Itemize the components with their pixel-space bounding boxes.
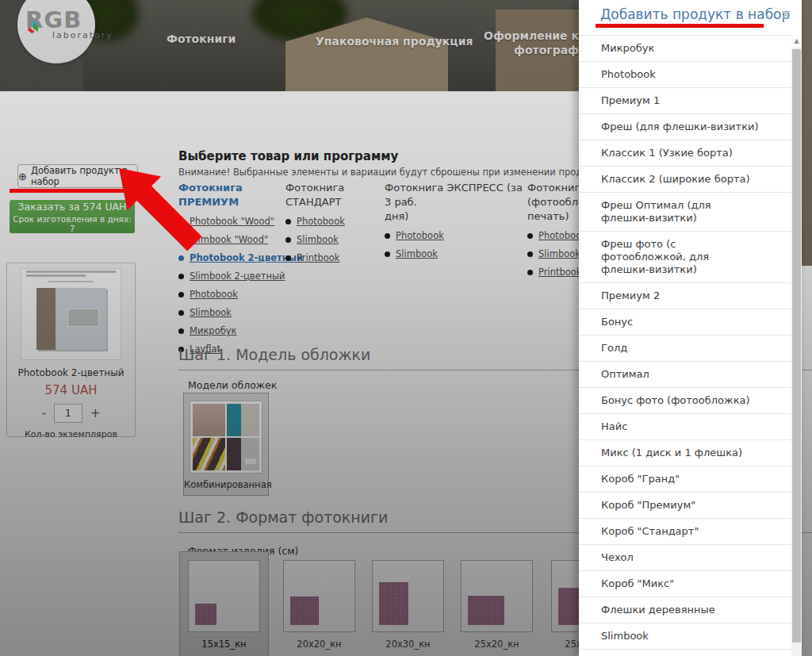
logo-text: RGB: [25, 8, 113, 32]
add-button-underline-annotation: [10, 189, 133, 193]
product-card: Photobook 2-цветный 574 UAH - + Кол-во э…: [6, 263, 136, 437]
cover-model-thumb: [190, 401, 262, 474]
format-caption: 15x15_кн: [188, 639, 260, 650]
order-button[interactable]: Заказать за 574 UAH Срок изготовления в …: [10, 200, 135, 233]
disclaimer-text-bar: [26, 274, 86, 277]
panel-item[interactable]: Короб "Стандарт": [579, 519, 791, 545]
panel-item[interactable]: Оптимал: [579, 362, 791, 388]
scrollbar-thumb[interactable]: [792, 49, 801, 643]
red-arrow-annotation: [117, 167, 209, 258]
plus-circle-icon: ⊕: [18, 171, 27, 182]
format-size-preview: [195, 604, 216, 625]
add-product-panel: Добавить продукт в набор × МикробукPhoto…: [579, 0, 802, 656]
panel-item[interactable]: Layflat: [579, 650, 791, 656]
program-title: Фотокнига ЭКСПРЕСС (за 3 раб.дня): [385, 181, 526, 224]
panel-item[interactable]: Бонус фото (фотообложка): [579, 388, 791, 414]
cover-models-label: Модели обложек: [188, 379, 277, 391]
format-thumb: [188, 560, 260, 632]
panel-product-list: МикробукPhotobookПремиум 1Фреш (для флеш…: [579, 35, 791, 656]
panel-item[interactable]: Фреш фото (с фотообложкой, для флешки-ви…: [579, 232, 791, 283]
format-thumb: [372, 560, 444, 632]
panel-scrollbar[interactable]: ▲: [791, 35, 802, 656]
panel-item[interactable]: Премиум 2: [579, 283, 791, 309]
panel-item[interactable]: Флешки деревянные: [579, 597, 791, 623]
order-term-line: Срок изготовления в днях: 7: [10, 214, 135, 233]
format-size-preview: [379, 582, 408, 625]
format-card[interactable]: 20x30_кн: [372, 560, 444, 650]
photobook-thumbnail: [36, 288, 106, 350]
program-item[interactable]: Slimbook: [385, 248, 526, 259]
program-column-standard: Фотокнига СТАНДАРТ PhotobookSlimbookPrin…: [285, 181, 379, 270]
program-column-express: Фотокнига ЭКСПРЕСС (за 3 раб.дня) Photob…: [385, 181, 526, 267]
program-item[interactable]: Микробук: [178, 325, 280, 336]
format-caption: 20x20_кн: [283, 639, 355, 650]
format-thumb: [283, 560, 355, 632]
panel-item[interactable]: Голд: [579, 336, 791, 362]
order-price-line: Заказать за 574 UAH: [10, 201, 135, 213]
cover-model-card[interactable]: Комбинированная: [184, 393, 268, 495]
program-item[interactable]: Slimbook: [178, 307, 280, 318]
page-title: Выберите товар или программу: [178, 149, 398, 163]
panel-item[interactable]: Чехол: [579, 545, 791, 571]
panel-item[interactable]: Фреш Оптимал (для флешки-визитки): [579, 193, 791, 232]
format-card[interactable]: 20x20_кн: [283, 560, 355, 650]
panel-item[interactable]: Найс: [579, 414, 791, 440]
program-item[interactable]: Slimbook: [285, 234, 379, 245]
panel-item[interactable]: Photobook: [579, 62, 791, 88]
panel-item[interactable]: Фреш (для флешки-визитки): [579, 114, 791, 140]
format-size-preview: [290, 597, 319, 625]
format-label: Формат изделия (см): [188, 545, 298, 557]
program-item[interactable]: Photobook: [385, 230, 526, 241]
program-item[interactable]: Printbook: [285, 252, 379, 263]
format-thumb: [461, 560, 533, 632]
close-icon[interactable]: ×: [780, 6, 791, 22]
disclaimer-text-bar: [48, 281, 94, 282]
panel-item[interactable]: Классик 1 (Узкие борта): [579, 140, 791, 167]
program-item[interactable]: Photobook: [178, 289, 280, 300]
format-size-preview: [468, 596, 504, 625]
program-item[interactable]: Photobook: [285, 216, 379, 227]
quantity-decrease[interactable]: -: [42, 408, 46, 419]
quantity-label: Кол-во экземпляров: [7, 429, 135, 439]
panel-item[interactable]: Премиум 1: [579, 88, 791, 114]
panel-item[interactable]: Короб "Гранд": [579, 466, 791, 493]
panel-item[interactable]: Короб "Микс": [579, 571, 791, 597]
format-card[interactable]: 25x20_кн: [461, 560, 533, 650]
panel-item[interactable]: Классик 2 (широкие борта): [579, 167, 791, 193]
quantity-input[interactable]: [54, 404, 82, 423]
panel-item[interactable]: Микс (1 диск и 1 флешка): [579, 440, 791, 466]
quantity-increase[interactable]: +: [90, 408, 101, 419]
cover-model-caption: Комбинированная: [184, 479, 268, 490]
logo-subtext: laboratory: [52, 30, 113, 40]
panel-item[interactable]: Slimbook: [579, 623, 791, 650]
panel-item[interactable]: Короб "Премиум": [579, 493, 791, 519]
format-caption: 25x20_кн: [461, 639, 533, 650]
left-sidebar: ⊕ Добавить продукт в набор Заказать за 5…: [0, 0, 178, 656]
panel-title-underline-annotation: [596, 24, 764, 28]
page: Фотокниги Упаковочная продукция Оформлен…: [0, 0, 812, 656]
product-price: 574 UAH: [7, 383, 135, 397]
program-item[interactable]: Slimbook 2-цветный: [178, 270, 280, 282]
quantity-stepper: - +: [7, 404, 135, 423]
panel-title: Добавить продукт в набор: [600, 6, 790, 22]
program-title: Фотокнига СТАНДАРТ: [285, 181, 379, 209]
format-caption: 20x30_кн: [372, 639, 444, 650]
product-name: Photobook 2-цветный: [7, 367, 135, 378]
format-card[interactable]: 15x15_кн: [188, 560, 260, 650]
scroll-up-icon[interactable]: ▲: [791, 35, 802, 48]
panel-item[interactable]: Бонус: [579, 309, 791, 336]
disclaimer-text-bar: [26, 270, 116, 273]
product-image: [21, 268, 121, 360]
panel-item[interactable]: Микробук: [579, 36, 791, 62]
